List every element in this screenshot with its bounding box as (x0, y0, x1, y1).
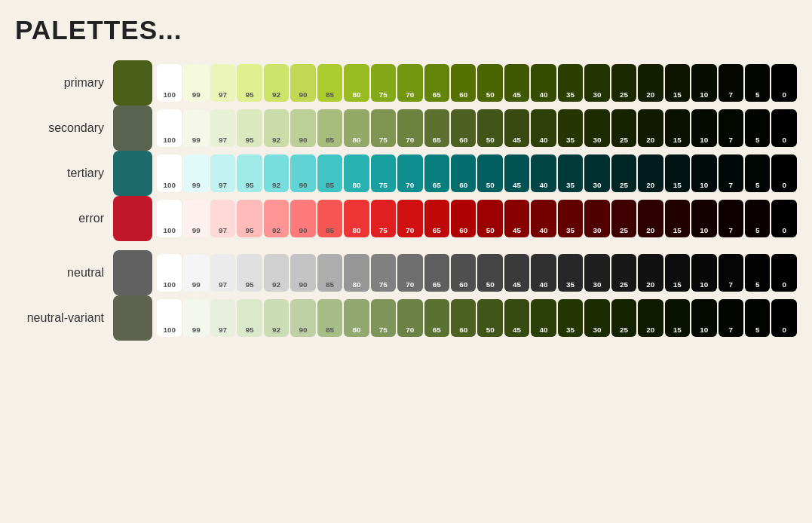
swatch-tertiary-70[interactable]: 70 (397, 154, 422, 192)
swatch-error-70[interactable]: 70 (397, 200, 422, 237)
swatch-secondary-75[interactable]: 75 (371, 109, 396, 147)
swatch-primary-70[interactable]: 70 (397, 64, 422, 102)
swatch-secondary-35[interactable]: 35 (558, 109, 583, 147)
swatch-error-92[interactable]: 92 (264, 200, 289, 237)
swatch-secondary-25[interactable]: 25 (611, 109, 636, 147)
swatch-neutral-70[interactable]: 70 (397, 254, 422, 292)
swatch-error-7[interactable]: 7 (719, 200, 743, 237)
swatch-neutral-15[interactable]: 15 (665, 254, 690, 292)
swatch-error-0[interactable]: 0 (771, 200, 796, 237)
swatch-neutral-75[interactable]: 75 (371, 254, 396, 292)
swatch-error-15[interactable]: 15 (665, 200, 690, 237)
swatch-neutral-variant-35[interactable]: 35 (558, 299, 583, 337)
swatch-neutral-variant-45[interactable]: 45 (504, 299, 529, 337)
swatch-error-20[interactable]: 20 (638, 200, 663, 237)
swatch-error-65[interactable]: 65 (424, 200, 449, 237)
swatch-secondary-5[interactable]: 5 (745, 109, 770, 147)
swatch-secondary-15[interactable]: 15 (665, 109, 690, 147)
swatch-tertiary-95[interactable]: 95 (237, 154, 262, 192)
swatch-secondary-0[interactable]: 0 (771, 109, 796, 147)
swatch-secondary-45[interactable]: 45 (504, 109, 529, 147)
swatch-neutral-45[interactable]: 45 (504, 254, 529, 292)
swatch-secondary-85[interactable]: 85 (317, 109, 342, 147)
swatch-primary-5[interactable]: 5 (745, 64, 770, 102)
swatch-error-35[interactable]: 35 (558, 200, 583, 237)
swatch-neutral-25[interactable]: 25 (611, 254, 636, 292)
swatch-neutral-50[interactable]: 50 (477, 254, 502, 292)
swatch-neutral-95[interactable]: 95 (237, 254, 262, 292)
swatch-neutral-20[interactable]: 20 (638, 254, 663, 292)
swatch-primary-60[interactable]: 60 (451, 64, 476, 102)
swatch-tertiary-10[interactable]: 10 (691, 154, 716, 192)
swatch-neutral-10[interactable]: 10 (691, 254, 716, 292)
swatch-secondary-50[interactable]: 50 (477, 109, 502, 147)
swatch-primary-50[interactable]: 50 (477, 64, 502, 102)
swatch-tertiary-90[interactable]: 90 (290, 154, 315, 192)
swatch-tertiary-80[interactable]: 80 (344, 154, 369, 192)
swatch-primary-90[interactable]: 90 (290, 64, 315, 102)
swatch-neutral-100[interactable]: 100 (157, 254, 182, 292)
swatch-neutral-variant-80[interactable]: 80 (344, 299, 369, 337)
swatch-tertiary-85[interactable]: 85 (317, 154, 342, 192)
swatch-error-25[interactable]: 25 (611, 200, 636, 237)
swatch-tertiary-30[interactable]: 30 (584, 154, 609, 192)
swatch-primary-10[interactable]: 10 (691, 64, 716, 102)
swatch-primary-30[interactable]: 30 (584, 64, 609, 102)
swatch-neutral-65[interactable]: 65 (424, 254, 449, 292)
swatch-neutral-variant-40[interactable]: 40 (531, 299, 556, 337)
swatch-neutral-97[interactable]: 97 (210, 254, 235, 292)
swatch-secondary-20[interactable]: 20 (638, 109, 663, 147)
swatch-tertiary-100[interactable]: 100 (157, 154, 182, 192)
swatch-primary-35[interactable]: 35 (558, 64, 583, 102)
swatch-error-10[interactable]: 10 (691, 200, 716, 237)
swatch-neutral-35[interactable]: 35 (558, 254, 583, 292)
swatch-error-30[interactable]: 30 (584, 200, 609, 237)
swatch-primary-0[interactable]: 0 (771, 64, 796, 102)
swatch-neutral-variant-10[interactable]: 10 (691, 299, 716, 337)
swatch-neutral-85[interactable]: 85 (317, 254, 342, 292)
swatch-error-60[interactable]: 60 (451, 200, 476, 237)
swatch-primary-99[interactable]: 99 (183, 64, 208, 102)
swatch-tertiary-25[interactable]: 25 (611, 154, 636, 192)
swatch-neutral-variant-0[interactable]: 0 (771, 299, 796, 337)
swatch-secondary-95[interactable]: 95 (237, 109, 262, 147)
swatch-primary-65[interactable]: 65 (424, 64, 449, 102)
swatch-neutral-variant-85[interactable]: 85 (317, 299, 342, 337)
swatch-neutral-80[interactable]: 80 (344, 254, 369, 292)
swatch-error-80[interactable]: 80 (344, 200, 369, 237)
swatch-tertiary-35[interactable]: 35 (558, 154, 583, 192)
swatch-tertiary-40[interactable]: 40 (531, 154, 556, 192)
swatch-error-97[interactable]: 97 (210, 200, 235, 237)
swatch-neutral-variant-25[interactable]: 25 (611, 299, 636, 337)
swatch-error-45[interactable]: 45 (504, 200, 529, 237)
swatch-neutral-0[interactable]: 0 (771, 254, 796, 292)
swatch-primary-75[interactable]: 75 (371, 64, 396, 102)
swatch-tertiary-0[interactable]: 0 (771, 154, 796, 192)
swatch-neutral-5[interactable]: 5 (745, 254, 770, 292)
swatch-primary-25[interactable]: 25 (611, 64, 636, 102)
swatch-neutral-92[interactable]: 92 (264, 254, 289, 292)
swatch-tertiary-20[interactable]: 20 (638, 154, 663, 192)
swatch-error-100[interactable]: 100 (157, 200, 182, 237)
swatch-neutral-variant-5[interactable]: 5 (745, 299, 770, 337)
swatch-neutral-variant-70[interactable]: 70 (397, 299, 422, 337)
swatch-primary-92[interactable]: 92 (264, 64, 289, 102)
swatch-neutral-7[interactable]: 7 (719, 254, 743, 292)
swatch-secondary-70[interactable]: 70 (397, 109, 422, 147)
swatch-neutral-variant-99[interactable]: 99 (183, 299, 208, 337)
swatch-error-75[interactable]: 75 (371, 200, 396, 237)
swatch-secondary-100[interactable]: 100 (157, 109, 182, 147)
swatch-primary-97[interactable]: 97 (210, 64, 235, 102)
swatch-error-90[interactable]: 90 (290, 200, 315, 237)
swatch-primary-100[interactable]: 100 (157, 64, 182, 102)
swatch-secondary-65[interactable]: 65 (424, 109, 449, 147)
swatch-neutral-variant-15[interactable]: 15 (665, 299, 690, 337)
swatch-tertiary-75[interactable]: 75 (371, 154, 396, 192)
swatch-neutral-variant-95[interactable]: 95 (237, 299, 262, 337)
swatch-neutral-variant-50[interactable]: 50 (477, 299, 502, 337)
swatch-tertiary-15[interactable]: 15 (665, 154, 690, 192)
swatch-neutral-variant-75[interactable]: 75 (371, 299, 396, 337)
swatch-primary-20[interactable]: 20 (638, 64, 663, 102)
swatch-neutral-variant-60[interactable]: 60 (451, 299, 476, 337)
swatch-tertiary-65[interactable]: 65 (424, 154, 449, 192)
